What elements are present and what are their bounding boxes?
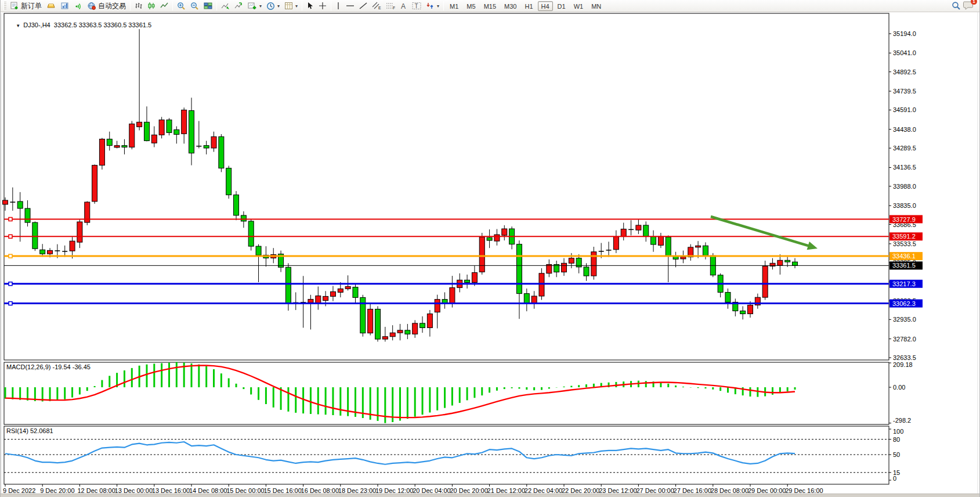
market-watch-icon: [60, 2, 69, 10]
svg-text:32782.0: 32782.0: [893, 336, 916, 343]
timeframe-m5-button[interactable]: M5: [463, 1, 479, 11]
new-order-icon: [10, 2, 19, 10]
svg-text:34591.0: 34591.0: [893, 106, 916, 113]
svg-text:33361.5: 33361.5: [892, 262, 916, 269]
crosshair-tool-button[interactable]: [316, 1, 329, 12]
channel-e-icon: E: [372, 2, 381, 10]
svg-text:33436.1: 33436.1: [892, 253, 916, 260]
svg-text:50: 50: [893, 451, 900, 458]
timeframe-m15-button[interactable]: M15: [480, 1, 500, 11]
horizontal-line-tool-button[interactable]: [343, 1, 357, 12]
auto-trading-button[interactable]: 自动交易: [85, 1, 128, 12]
add-indicator-button[interactable]: ▾: [245, 1, 264, 12]
timeframe-h4-button[interactable]: H4: [538, 1, 553, 11]
symbol-dropdown-icon[interactable]: ▼: [16, 23, 20, 28]
fibonacci-tool-button[interactable]: F: [384, 1, 397, 12]
auto-scroll-button[interactable]: [219, 1, 232, 12]
timeframe-m30-button[interactable]: M30: [501, 1, 520, 11]
svg-text:33062.3: 33062.3: [892, 300, 916, 307]
svg-text:35041.0: 35041.0: [893, 49, 916, 56]
svg-text:0: 0: [893, 475, 896, 482]
cursor-tool-button[interactable]: [304, 1, 316, 12]
template-icon: [284, 2, 293, 10]
text-label-tool-button[interactable]: T: [410, 1, 424, 12]
separator: [331, 1, 331, 10]
crosshair-icon: [319, 2, 327, 10]
timeframe-m1-button[interactable]: M1: [446, 1, 462, 11]
timeframe-group: M1M5M15M30H1H4D1W1MN: [446, 1, 605, 11]
terminal-window: 新订单 自动交易 ▾ ▾ ▾ E F A T ▾: [0, 0, 980, 497]
bar-chart-button[interactable]: [132, 1, 145, 12]
svg-text:34289.5: 34289.5: [893, 145, 916, 152]
new-order-button[interactable]: 新订单: [8, 1, 44, 12]
macd-indicator-label: MACD(12,26,9) -19.54 -36.45: [6, 363, 91, 370]
market-watch-button[interactable]: [58, 1, 71, 12]
notification-badge: 1: [971, 0, 977, 5]
periods-button[interactable]: ▾: [264, 1, 282, 12]
svg-text:33727.9: 33727.9: [892, 216, 916, 223]
svg-text:33988.0: 33988.0: [893, 183, 916, 190]
new-order-label: 新订单: [21, 1, 42, 11]
text-label-icon: T: [412, 2, 421, 10]
candlestick-icon: [147, 2, 156, 10]
trendline-icon: [359, 2, 367, 10]
separator: [443, 1, 444, 10]
clock-icon: [266, 2, 275, 10]
status-bar: [1, 494, 979, 497]
horizontal-line-icon: [346, 2, 355, 10]
auto-trading-globe-icon: [87, 2, 96, 10]
rsi-indicator-label: RSI(14) 52.0681: [6, 427, 53, 434]
text-tool-button[interactable]: A: [397, 1, 410, 12]
svg-text:0.00: 0.00: [893, 384, 905, 391]
dropdown-caret: ▾: [259, 3, 262, 9]
svg-text:A: A: [401, 2, 406, 10]
chat-bubble-icon: [963, 3, 974, 12]
timeframe-d1-button[interactable]: D1: [554, 1, 569, 11]
chart-shift-button[interactable]: [232, 1, 245, 12]
toolbar: 新订单 自动交易 ▾ ▾ ▾ E F A T ▾: [1, 0, 979, 12]
svg-text:80: 80: [893, 436, 900, 443]
zoom-in-button[interactable]: [175, 1, 188, 12]
chat-button[interactable]: 1: [963, 1, 974, 12]
line-chart-button[interactable]: [158, 1, 171, 12]
chart-shift-icon: [234, 2, 243, 10]
signals-button[interactable]: [71, 1, 85, 12]
svg-text:34136.5: 34136.5: [893, 164, 916, 171]
chart-template-button[interactable]: ▾: [282, 1, 300, 12]
equidistant-channel-tool-button[interactable]: E: [370, 1, 384, 12]
symbol-period: DJ30-,H4: [23, 21, 50, 28]
auto-scroll-icon: [221, 2, 230, 10]
search-icon: [952, 1, 961, 10]
search-button[interactable]: [949, 1, 963, 12]
zoom-in-icon: [177, 2, 186, 10]
gold-button[interactable]: [44, 1, 58, 12]
tile-windows-button[interactable]: [201, 1, 215, 12]
svg-text:33835.0: 33835.0: [893, 202, 916, 209]
chart-canvas[interactable]: 35194.035041.034892.534739.534591.034438…: [1, 12, 980, 497]
svg-text:32935.0: 32935.0: [893, 316, 916, 323]
vertical-line-tool-button[interactable]: [333, 1, 343, 12]
cursor-icon: [306, 2, 314, 10]
svg-text:34892.5: 34892.5: [893, 69, 916, 75]
toolbar-grip[interactable]: [3, 2, 6, 10]
gold-bar-icon: [46, 2, 56, 10]
svg-text:F: F: [393, 6, 395, 10]
svg-text:100: 100: [893, 428, 903, 435]
trendline-tool-button[interactable]: [357, 1, 370, 12]
dropdown-caret: ▾: [277, 3, 280, 9]
chart-title: ▼DJ30-,H4 33362.5 33363.5 33360.5 33361.…: [5, 15, 151, 35]
svg-text:33533.5: 33533.5: [893, 240, 916, 247]
svg-text:34438.0: 34438.0: [893, 126, 916, 133]
svg-text:33217.3: 33217.3: [892, 280, 916, 287]
ohlc-values: 33362.5 33363.5 33360.5 33361.5: [54, 21, 151, 28]
candlestick-chart-button[interactable]: [145, 1, 158, 12]
svg-text:T: T: [415, 3, 418, 9]
svg-text:33591.2: 33591.2: [892, 233, 916, 240]
arrow-shapes-icon: [426, 2, 435, 10]
timeframe-h1-button[interactable]: H1: [521, 1, 536, 11]
chart-region: 35194.035041.034892.534739.534591.034438…: [1, 12, 979, 497]
arrows-tool-button[interactable]: ▾: [424, 1, 442, 12]
timeframe-mn-button[interactable]: MN: [588, 1, 605, 11]
timeframe-w1-button[interactable]: W1: [570, 1, 587, 11]
zoom-out-button[interactable]: [188, 1, 201, 12]
